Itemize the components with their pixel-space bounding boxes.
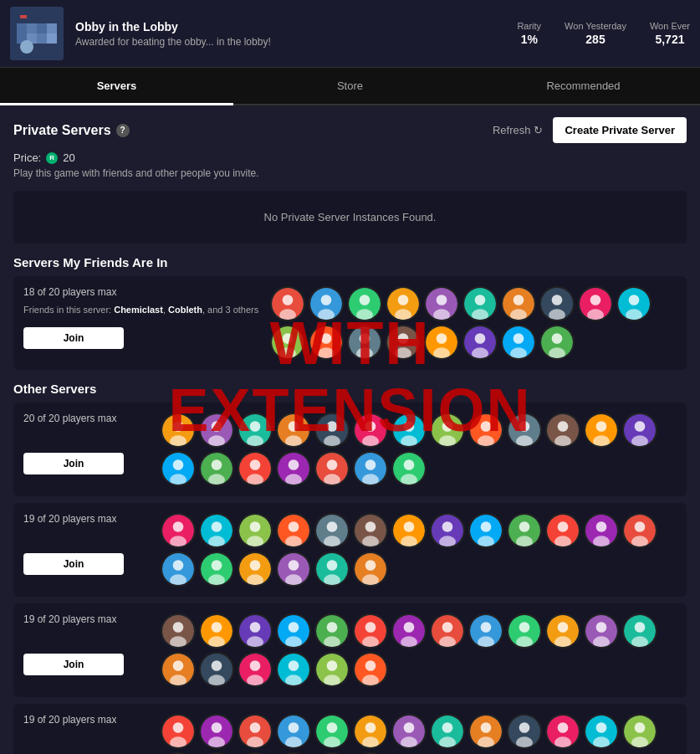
other-server-info: 19 of 20 players maxJoin [23,613,149,675]
avatar [424,286,459,321]
other-player-count: 19 of 20 players max [23,613,149,625]
other-player-count: 19 of 20 players max [23,513,149,525]
robux-icon: R [46,152,58,164]
avatar [238,451,273,486]
svg-point-72 [250,421,261,432]
tab-recommended[interactable]: Recommended [467,68,700,104]
svg-rect-3 [27,23,37,33]
avatar [468,413,503,448]
avatar [584,714,619,749]
svg-point-195 [327,622,338,633]
price-line: Price: R 20 [13,151,687,164]
svg-point-198 [365,622,376,633]
refresh-button[interactable]: Refresh ↻ [493,124,544,136]
svg-point-45 [321,333,332,344]
svg-point-96 [558,421,569,432]
avatar [353,652,388,687]
svg-point-24 [437,295,447,305]
svg-point-165 [173,560,184,571]
avatar [161,613,196,649]
svg-point-66 [173,421,184,432]
svg-point-132 [250,521,261,532]
other-server-card: 19 of 20 players maxJoin [13,603,687,697]
avatar [353,551,388,587]
other-server-avatars-grid [161,714,677,754]
create-private-server-button[interactable]: Create Private Server [553,117,687,143]
avatar [314,513,350,548]
tab-store[interactable]: Store [233,68,467,104]
avatar [347,325,382,360]
avatar [276,613,311,649]
svg-point-171 [250,560,261,571]
other-server-card: 19 of 20 players maxJoin [13,503,687,597]
other-server-join-button[interactable]: Join [23,553,124,575]
avatar [424,325,459,360]
avatar [270,286,305,321]
friends-server-card: 18 of 20 players max Friends in this ser… [13,276,687,370]
svg-rect-10 [20,15,27,18]
svg-point-261 [442,722,453,733]
svg-point-243 [212,722,222,733]
avatar [391,613,427,649]
avatar [391,513,427,548]
svg-point-153 [519,521,530,532]
avatar [430,513,465,548]
avatar [622,513,657,548]
svg-point-27 [475,295,486,305]
svg-point-252 [327,722,338,733]
avatar [314,451,350,486]
svg-point-84 [404,421,415,432]
svg-point-240 [173,722,184,733]
other-server-info: 19 of 20 players maxJoin [23,714,149,754]
rarity-value: 1% [521,33,538,46]
avatar [462,286,498,321]
header-text-block: Obby in the Lobby Awarded for beating th… [75,20,271,48]
avatar [276,513,311,548]
svg-point-180 [365,560,376,571]
svg-point-108 [212,459,222,470]
friends-player-count: 18 of 20 players max [23,286,258,298]
avatar [468,513,503,548]
avatar [584,613,619,649]
svg-point-54 [437,333,447,344]
svg-point-225 [212,660,222,671]
svg-point-51 [398,333,409,344]
svg-point-249 [289,722,299,733]
avatar [199,451,234,486]
avatar [314,613,350,649]
avatar [386,286,421,321]
other-server-join-button[interactable]: Join [23,453,124,474]
tab-servers[interactable]: Servers [0,68,233,104]
avatar [238,551,273,587]
avatar [545,714,580,749]
help-icon[interactable]: ? [116,124,130,137]
avatar [507,413,542,448]
avatar [314,413,350,448]
svg-point-30 [514,295,524,305]
avatar [276,551,311,587]
avatar [430,613,465,649]
svg-point-162 [635,521,646,532]
svg-point-9 [20,40,33,54]
avatar [386,325,421,360]
friends-server-join-button[interactable]: Join [23,327,124,349]
won-yesterday-label: Won Yesterday [565,21,626,31]
other-server-join-button[interactable]: Join [23,654,124,675]
avatar [238,513,273,548]
svg-point-150 [481,521,492,532]
other-server-card: 19 of 20 players maxJoin [13,704,687,754]
header-stats: Rarity 1% Won Yesterday 285 Won Ever 5,7… [517,21,690,46]
svg-point-192 [289,622,299,633]
private-servers-description: Play this game with friends and other pe… [13,167,687,179]
price-label: Price: [13,151,41,164]
avatar [314,714,350,749]
avatar [161,451,196,486]
svg-point-60 [514,333,524,344]
svg-point-138 [327,521,338,532]
svg-point-15 [321,295,332,305]
friends-avatars-grid [270,286,677,360]
svg-point-237 [365,660,376,671]
svg-point-186 [212,622,222,633]
avatar [462,325,498,360]
other-server-avatars-grid [161,613,677,687]
